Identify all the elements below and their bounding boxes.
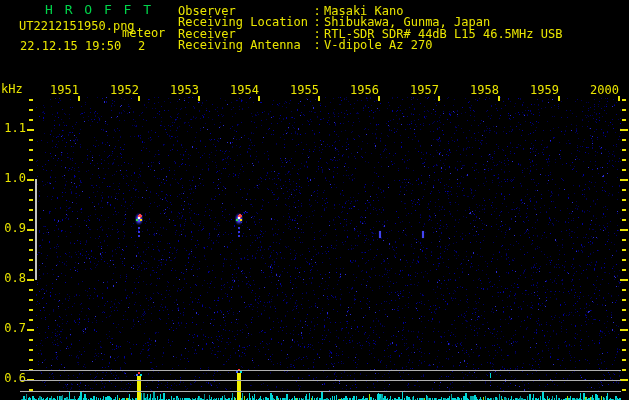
freq-major-tick-right [620, 279, 628, 281]
freq-major-tick-right [620, 329, 628, 331]
freq-minor-tick [29, 189, 33, 191]
freq-minor-tick-right [622, 99, 626, 101]
freq-minor-tick [29, 339, 33, 341]
datetime-label: 22.12.15 19:50 [20, 40, 121, 52]
freq-minor-tick-right [622, 159, 626, 161]
freq-minor-tick [29, 119, 33, 121]
time-tick [378, 96, 380, 101]
freq-minor-tick-right [622, 149, 626, 151]
hrofft-screen: 1951195219531954195519561957195819592000… [0, 0, 629, 400]
freq-major-tick [27, 179, 34, 181]
freq-minor-tick [29, 109, 33, 111]
freq-minor-tick-right [622, 239, 626, 241]
freq-minor-tick-right [622, 289, 626, 291]
time-tick [318, 96, 320, 101]
time-tick [258, 96, 260, 101]
freq-minor-tick [29, 159, 33, 161]
freq-major-tick-right [620, 229, 628, 231]
freq-minor-tick-right [622, 299, 626, 301]
time-tick-label: 1957 [405, 84, 439, 96]
time-tick [498, 96, 500, 101]
freq-minor-tick-right [622, 169, 626, 171]
time-tick [198, 96, 200, 101]
freq-minor-tick-right [622, 259, 626, 261]
freq-minor-tick [29, 349, 33, 351]
freq-minor-tick-right [622, 269, 626, 271]
freq-tick-label: 0.6 [0, 372, 26, 384]
freq-minor-tick-right [622, 319, 626, 321]
info-colon: : [310, 39, 324, 51]
reference-line [20, 380, 621, 381]
freq-minor-tick [29, 259, 33, 261]
freq-minor-tick [29, 199, 33, 201]
freq-minor-tick-right [622, 249, 626, 251]
freq-minor-tick [29, 269, 33, 271]
freq-minor-tick-right [622, 219, 626, 221]
freq-minor-tick-right [622, 389, 626, 391]
freq-minor-tick [29, 359, 33, 361]
freq-minor-tick-right [622, 209, 626, 211]
freq-minor-tick [29, 289, 33, 291]
freq-major-tick-right [620, 129, 628, 131]
time-tick-label: 1951 [45, 84, 79, 96]
time-tick [138, 96, 140, 101]
time-tick [438, 96, 440, 101]
station-info: Observer:Masaki KanoReceiving Location:S… [178, 5, 562, 51]
freq-tick-label: 0.7 [0, 322, 26, 334]
freq-major-tick [27, 279, 34, 281]
time-tick-label: 2000 [585, 84, 619, 96]
info-value: V-dipole Az 270 [324, 38, 432, 52]
freq-tick-label: 1.0 [0, 172, 26, 184]
calibration-bar [35, 179, 37, 280]
freq-minor-tick-right [622, 139, 626, 141]
freq-major-tick [27, 129, 34, 131]
freq-tick-label: 1.1 [0, 122, 26, 134]
freq-minor-tick-right [622, 339, 626, 341]
freq-minor-tick-right [622, 199, 626, 201]
freq-minor-tick-right [622, 349, 626, 351]
capture-filename: UT2212151950.png [19, 20, 135, 32]
freq-minor-tick-right [622, 119, 626, 121]
time-tick [78, 96, 80, 101]
freq-major-tick [27, 229, 34, 231]
freq-minor-tick [29, 99, 33, 101]
info-label: Receiving Antenna [178, 39, 310, 51]
time-tick [618, 96, 620, 101]
freq-minor-tick [29, 309, 33, 311]
freq-minor-tick [29, 169, 33, 171]
freq-tick-label: 0.8 [0, 272, 26, 284]
freq-tick-label: 0.9 [0, 222, 26, 234]
freq-minor-tick [29, 149, 33, 151]
mode-label: meteor [122, 27, 165, 39]
freq-major-tick-right [620, 379, 628, 381]
freq-minor-tick-right [622, 309, 626, 311]
time-tick [558, 96, 560, 101]
freq-minor-tick [29, 219, 33, 221]
freq-minor-tick [29, 249, 33, 251]
freq-major-tick-right [620, 179, 628, 181]
freq-minor-tick [29, 239, 33, 241]
app-title: H R O F F T [45, 3, 153, 16]
freq-minor-tick-right [622, 359, 626, 361]
time-tick-label: 1952 [105, 84, 139, 96]
freq-minor-tick [29, 299, 33, 301]
station-info-row: Receiving Antenna:V-dipole Az 270 [178, 39, 562, 50]
freq-minor-tick [29, 209, 33, 211]
time-tick-label: 1954 [225, 84, 259, 96]
axes-layer: 1951195219531954195519561957195819592000… [0, 0, 629, 400]
freq-minor-tick-right [622, 369, 626, 371]
freq-minor-tick-right [622, 109, 626, 111]
freq-minor-tick [29, 139, 33, 141]
time-tick-label: 1958 [465, 84, 499, 96]
freq-minor-tick [29, 319, 33, 321]
time-tick-label: 1955 [285, 84, 319, 96]
freq-minor-tick-right [622, 189, 626, 191]
freq-major-tick [27, 329, 34, 331]
time-tick-label: 1959 [525, 84, 559, 96]
time-tick-label: 1953 [165, 84, 199, 96]
echo-count: 2 [138, 40, 145, 52]
time-tick-label: 1956 [345, 84, 379, 96]
reference-line [20, 370, 621, 371]
reference-line [20, 391, 621, 392]
freq-unit-label: kHz [1, 83, 23, 95]
